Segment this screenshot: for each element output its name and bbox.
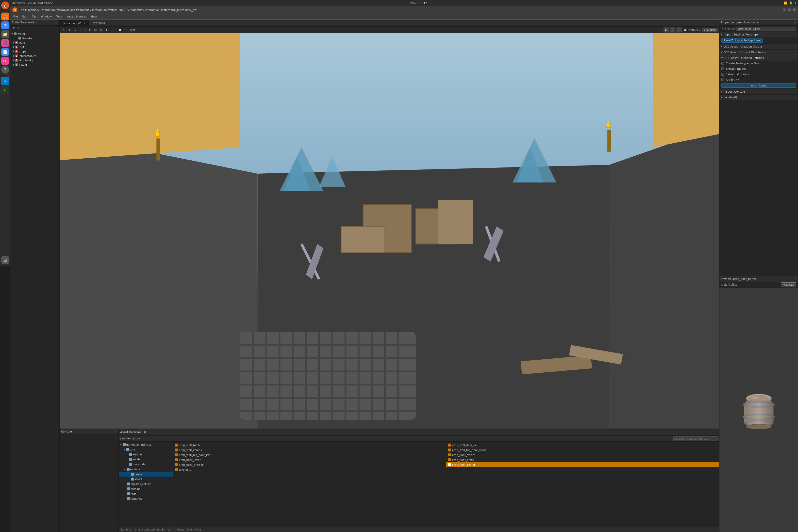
tree-item-roof[interactable]: E roof bbox=[10, 45, 59, 49]
rotate-tool-btn[interactable]: ↻ bbox=[73, 27, 78, 32]
tab-download[interactable]: Download bbox=[89, 20, 108, 26]
tree-item-interactables[interactable]: E interactables bbox=[10, 54, 59, 58]
tree-target-btn[interactable]: ◎ bbox=[16, 26, 21, 31]
walls-expand-arrow bbox=[13, 42, 15, 43]
activities-label[interactable]: Activities bbox=[12, 1, 25, 5]
props-icon: E bbox=[15, 50, 18, 53]
main-viewport: ↖ ✛ ↻ ⤡ # ◫ ⊕ 1 ⏮ ⏹ ⇔ Pivot ▶ ⏸ bbox=[60, 26, 399, 266]
svg-rect-16 bbox=[156, 138, 160, 160]
files-icon[interactable]: 📁 bbox=[1, 30, 9, 38]
tab-download-label: Download bbox=[92, 21, 105, 25]
entity-tree-title: Entity Tree: world* bbox=[12, 21, 37, 24]
menu-asset-browser[interactable]: Asset Browser bbox=[65, 15, 89, 19]
simple-sky-icon: E bbox=[15, 59, 18, 62]
menu-edit[interactable]: Edit bbox=[20, 15, 29, 19]
tree-item-transform[interactable]: Transform bbox=[10, 36, 59, 40]
entity-tree-content: world Transform E walls bbox=[10, 31, 59, 266]
app-window: M The Machinery - /home/ubuntu/Downloads… bbox=[10, 6, 399, 266]
docs-icon[interactable]: 📄 bbox=[1, 48, 9, 56]
props-expand-arrow bbox=[13, 51, 15, 53]
tree-item-simple-sky[interactable]: E simple-sky bbox=[10, 58, 59, 62]
scene-tab-bar: Scene: world* ✕ Download bbox=[60, 20, 399, 26]
interactables-expand-arrow bbox=[13, 55, 15, 57]
svg-rect-8 bbox=[341, 226, 385, 253]
tree-label-player: player bbox=[19, 63, 27, 66]
entity-tree-toolbar: ⊞ ◎ bbox=[10, 25, 59, 31]
sep-1 bbox=[85, 28, 86, 32]
entity-tree-header: Entity Tree: world* ✕ bbox=[10, 20, 59, 25]
svg-marker-5 bbox=[60, 33, 240, 165]
transform-icon bbox=[18, 37, 21, 40]
content-area: Entity Tree: world* ✕ ⊞ ◎ world bbox=[10, 20, 399, 266]
vscode-icon[interactable]: ⌥ bbox=[1, 77, 9, 85]
divider-2 bbox=[2, 75, 8, 75]
tree-item-player[interactable]: E player bbox=[10, 62, 59, 67]
system-bar: Activities Visual Studio Code Jan 28 13:… bbox=[10, 0, 399, 6]
entity-tree-panel: Entity Tree: world* ✕ ⊞ ◎ world bbox=[10, 20, 60, 266]
interactables-icon: E bbox=[15, 54, 18, 57]
walls-icon: E bbox=[15, 41, 18, 44]
menu-tools[interactable]: Tools bbox=[54, 15, 65, 19]
simple-sky-expand-arrow bbox=[13, 59, 15, 61]
tree-label-simple-sky: simple-sky bbox=[19, 59, 33, 62]
tree-label-roof: roof bbox=[19, 45, 24, 49]
app-logo: M bbox=[12, 7, 17, 12]
tree-item-walls[interactable]: E walls bbox=[10, 40, 59, 45]
window-title: The Machinery - /home/ubuntu/Downloads/g… bbox=[19, 8, 399, 12]
divider-1 bbox=[2, 11, 8, 11]
tree-label-world: world bbox=[18, 32, 25, 36]
roof-expand-arrow bbox=[13, 46, 15, 48]
scene-3d bbox=[60, 33, 399, 266]
tree-expand-btn[interactable]: ⊞ bbox=[11, 26, 16, 31]
player-icon: E bbox=[15, 63, 18, 66]
tab-scene[interactable]: Scene: world* ✕ bbox=[60, 20, 89, 26]
pivot-text: Pivot bbox=[129, 28, 135, 32]
system-bar-left: Activities Visual Studio Code bbox=[12, 1, 53, 5]
scene-svg bbox=[60, 33, 399, 266]
title-bar: M The Machinery - /home/ubuntu/Downloads… bbox=[10, 6, 399, 14]
tree-label-walls: walls bbox=[19, 41, 25, 44]
world-icon bbox=[14, 32, 17, 35]
move-tool-btn[interactable]: ✛ bbox=[67, 27, 72, 32]
terminal-icon[interactable]: $_ bbox=[1, 86, 9, 94]
app-name-label[interactable]: Visual Studio Code bbox=[27, 1, 53, 5]
tree-item-props[interactable]: E props bbox=[10, 49, 59, 54]
world-expand-arrow bbox=[11, 33, 13, 35]
snap-count-label: 1 bbox=[105, 27, 108, 32]
frame-stop-btn[interactable]: ⏹ bbox=[117, 27, 122, 32]
player-expand-arrow bbox=[13, 64, 15, 66]
roof-icon: E bbox=[15, 45, 18, 49]
viewport-toolbar: ↖ ✛ ↻ ⤡ # ◫ ⊕ 1 ⏮ ⏹ ⇔ Pivot ▶ ⏸ bbox=[60, 26, 399, 33]
firefox-icon[interactable]: 🦊 bbox=[1, 13, 9, 20]
frame-prev-btn[interactable]: ⏮ bbox=[112, 27, 116, 32]
menu-help[interactable]: Help bbox=[89, 15, 99, 19]
mail-icon[interactable]: ✉ bbox=[1, 21, 9, 29]
menu-bar: File Edit Tab Window Tools Asset Browser… bbox=[10, 14, 399, 20]
tab-scene-label: Scene: world* bbox=[62, 22, 81, 25]
pivot-label: ⇔ bbox=[124, 27, 128, 32]
menu-tab[interactable]: Tab bbox=[30, 15, 39, 19]
select-tool-btn[interactable]: ↖ bbox=[61, 27, 66, 32]
scale-tool-btn[interactable]: ⤡ bbox=[79, 27, 84, 32]
grid-toggle-btn[interactable]: # bbox=[87, 27, 92, 32]
music-icon[interactable]: 🎵 bbox=[1, 39, 9, 47]
tree-label-interactables: interactables bbox=[19, 54, 36, 58]
menu-file[interactable]: File bbox=[11, 15, 20, 19]
tree-label-transform: Transform bbox=[22, 37, 36, 40]
tree-label-props: props bbox=[19, 50, 26, 53]
ubuntu-icon[interactable]: 🐧 bbox=[1, 1, 9, 10]
store-icon[interactable]: 🛍 bbox=[1, 57, 9, 65]
snap-btn[interactable]: ◫ bbox=[93, 27, 98, 32]
entity-tree-close[interactable]: ✕ bbox=[56, 21, 58, 24]
center-area: Scene: world* ✕ Download ↖ ✛ ↻ ⤡ # ◫ bbox=[60, 20, 399, 266]
taskbar-left: 🐧 🦊 ✉ 📁 🎵 📄 🛍 ? ⌥ $_ ⊞ bbox=[0, 0, 10, 266]
menu-window[interactable]: Window bbox=[39, 15, 54, 19]
tree-item-world[interactable]: world bbox=[10, 32, 59, 36]
tab-scene-close[interactable]: ✕ bbox=[83, 22, 86, 25]
help-icon[interactable]: ? bbox=[1, 66, 9, 74]
grid-icon[interactable]: ⊞ bbox=[1, 256, 9, 264]
pivot-btn[interactable]: ⊕ bbox=[99, 27, 104, 32]
